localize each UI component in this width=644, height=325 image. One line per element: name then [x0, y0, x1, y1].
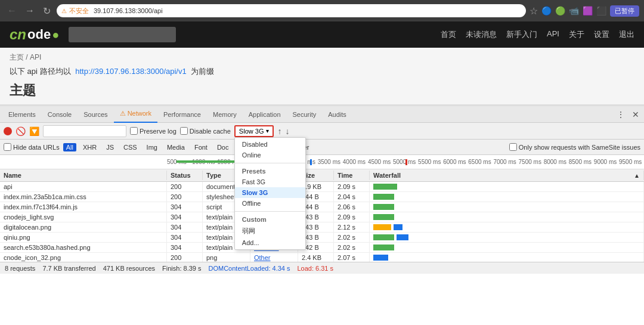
- site-search-input[interactable]: [69, 27, 176, 42]
- filter-type-xhr[interactable]: XHR: [80, 143, 100, 151]
- breadcrumb-home[interactable]: 主页: [10, 53, 24, 61]
- td-name-6: search.e53b380a.hashed.png: [0, 243, 167, 252]
- same-site-label[interactable]: Only show requests with SameSite issues: [509, 143, 640, 151]
- devtools-close-button[interactable]: ✕: [630, 109, 642, 120]
- td-time-6: 2.02 s: [334, 243, 370, 252]
- filter-type-font[interactable]: Font: [191, 143, 210, 151]
- timeline-blue-marker: [310, 159, 312, 165]
- td-name-3: cnodejs_light.svg: [0, 212, 167, 222]
- hide-data-urls-checkbox[interactable]: [4, 143, 11, 151]
- td-name-0: api: [0, 182, 167, 191]
- filter-button[interactable]: 🔽: [29, 126, 39, 136]
- browser-icon-2[interactable]: 🟢: [555, 6, 565, 16]
- dropdown-section-custom: Custom 弱网 Add...: [235, 213, 305, 249]
- hide-data-urls-label[interactable]: Hide data URLs: [4, 143, 60, 151]
- nav-about[interactable]: 关于: [569, 29, 584, 40]
- filter-type-js[interactable]: JS: [103, 143, 117, 151]
- same-site-checkbox[interactable]: [509, 143, 517, 151]
- td-time-4: 2.12 s: [334, 222, 370, 232]
- tab-console[interactable]: Console: [42, 106, 78, 123]
- filter-input[interactable]: [43, 125, 126, 137]
- table-row[interactable]: index.min.23a5b1ca.min.css 200 styleshee…: [0, 192, 644, 202]
- star-icon[interactable]: ☆: [530, 5, 538, 17]
- dropdown-custom-header: Custom: [235, 214, 305, 225]
- disable-cache-text: Disable cache: [190, 128, 231, 135]
- throttle-option-disabled[interactable]: Disabled: [235, 139, 305, 150]
- tab-memory[interactable]: Memory: [207, 106, 243, 123]
- browser-icon-5[interactable]: ⬛: [596, 6, 606, 16]
- preserve-log-label[interactable]: Preserve log: [130, 127, 177, 135]
- table-row[interactable]: cnodejs_light.svg 304 text/plain api 243…: [0, 212, 644, 222]
- forward-button[interactable]: →: [23, 3, 37, 18]
- back-button[interactable]: ←: [5, 3, 19, 18]
- nav-home[interactable]: 首页: [441, 29, 456, 40]
- throttle-option-online[interactable]: Online: [235, 150, 305, 160]
- status-resources: 471 KB resources: [103, 265, 155, 272]
- table-row[interactable]: search.e53b380a.hashed.png 304 text/plai…: [0, 243, 644, 253]
- table-row[interactable]: qiniu.png 304 text/plain api 243 B 2.02 …: [0, 233, 644, 243]
- throttle-option-add[interactable]: Add...: [235, 237, 305, 248]
- browser-icon-3[interactable]: 📹: [569, 6, 579, 16]
- browser-icon-1[interactable]: 🔵: [541, 6, 552, 16]
- table-row[interactable]: api 200 document Other 3.9 KB 2.09 s: [0, 182, 644, 192]
- disable-cache-label[interactable]: Disable cache: [180, 127, 231, 135]
- address-bar[interactable]: ⚠ 不安全 39.107.96.138:3000/api: [57, 4, 526, 17]
- status-finish: Finish: 8.39 s: [162, 265, 201, 272]
- tab-network[interactable]: ⚠ Network: [114, 106, 157, 123]
- nav-settings[interactable]: 设置: [594, 29, 609, 40]
- throttle-option-offline[interactable]: Offline: [235, 198, 305, 209]
- th-waterfall-sort-icon: ▲: [634, 172, 640, 179]
- preserve-log-checkbox[interactable]: [130, 127, 138, 135]
- throttle-dropdown-button[interactable]: Slow 3G ▾: [234, 125, 274, 137]
- browser-icon-4[interactable]: 🟪: [583, 6, 593, 16]
- clear-button[interactable]: 🚫: [16, 126, 26, 136]
- tab-performance[interactable]: Performance: [157, 106, 207, 123]
- logo-ode: ode: [27, 27, 51, 42]
- security-icon: ⚠: [61, 8, 67, 14]
- devtools-controls: ⋮ ✕: [614, 109, 642, 120]
- td-status-6: 304: [167, 243, 203, 252]
- api-url-link[interactable]: http://39.107.96.138:3000/api/v1: [75, 67, 187, 76]
- devtools-more-button[interactable]: ⋮: [614, 109, 627, 120]
- pause-button[interactable]: 已暂停: [610, 5, 639, 17]
- filter-type-media[interactable]: Media: [164, 143, 188, 151]
- tab-security[interactable]: Security: [287, 106, 323, 123]
- filter-type-img[interactable]: Img: [144, 143, 160, 151]
- table-row[interactable]: cnode_icon_32.png 200 png Other 2.4 KB 2…: [0, 253, 644, 262]
- nav-messages[interactable]: 未读消息: [466, 29, 497, 40]
- filter-type-css[interactable]: CSS: [120, 143, 140, 151]
- td-name-7: cnode_icon_32.png: [0, 253, 167, 262]
- filter-type-all[interactable]: All: [63, 143, 76, 151]
- tab-audits[interactable]: Audits: [322, 106, 352, 123]
- refresh-button[interactable]: ↻: [41, 3, 53, 19]
- table-row[interactable]: digitalocean.png 304 text/plain api 243 …: [0, 222, 644, 233]
- dropdown-presets-header: Presets: [235, 166, 305, 177]
- tab-sources[interactable]: Sources: [78, 106, 113, 123]
- td-status-3: 304: [167, 212, 203, 222]
- disable-cache-checkbox[interactable]: [180, 127, 188, 135]
- nav-api[interactable]: API: [547, 29, 559, 40]
- tab-elements[interactable]: Elements: [2, 106, 42, 123]
- download-button[interactable]: ↓: [285, 126, 289, 136]
- td-time-3: 2.09 s: [334, 212, 370, 222]
- logo-cn: cn: [10, 26, 26, 43]
- td-time-7: 2.07 s: [334, 253, 370, 262]
- throttle-option-slow3g[interactable]: Slow 3G: [235, 187, 305, 198]
- nav-beginners[interactable]: 新手入门: [506, 29, 537, 40]
- api-notice: 以下 api 路径均以 http://39.107.96.138:3000/ap…: [10, 66, 634, 77]
- table-row[interactable]: index.min.f7c13f64.min.js 304 script api…: [0, 202, 644, 212]
- dropdown-divider-2: [235, 211, 305, 212]
- filter-bar: Hide data URLs All XHR JS CSS Img Media …: [0, 140, 644, 155]
- upload-button[interactable]: ↑: [277, 126, 281, 136]
- throttle-option-fast3g[interactable]: Fast 3G: [235, 177, 305, 187]
- td-name-5: qiniu.png: [0, 233, 167, 242]
- status-requests: 8 requests: [5, 265, 35, 272]
- record-button[interactable]: [4, 127, 12, 135]
- tab-application[interactable]: Application: [243, 106, 287, 123]
- throttle-option-ruowang[interactable]: 弱网: [235, 225, 305, 237]
- filter-type-doc[interactable]: Doc: [214, 143, 232, 151]
- nav-logout[interactable]: 退出: [619, 29, 634, 40]
- td-initiator-7[interactable]: Other: [250, 253, 298, 262]
- dropdown-section-disabled: Disabled Online: [235, 138, 305, 162]
- td-name-4: digitalocean.png: [0, 222, 167, 232]
